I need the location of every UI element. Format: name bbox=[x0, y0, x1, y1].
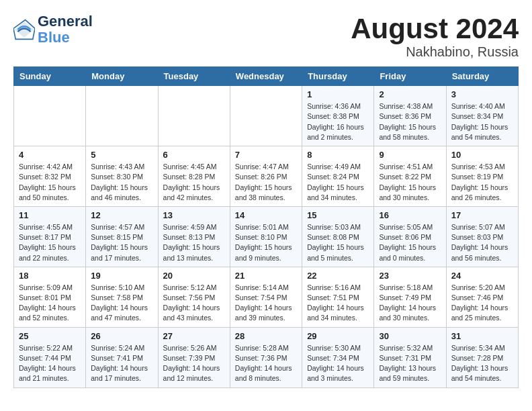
calendar-cell: 26Sunrise: 5:24 AM Sunset: 7:41 PM Dayli… bbox=[86, 327, 158, 387]
day-number: 2 bbox=[379, 89, 441, 99]
calendar-week-row: 18Sunrise: 5:09 AM Sunset: 8:01 PM Dayli… bbox=[14, 267, 519, 327]
day-number: 1 bbox=[307, 89, 369, 99]
day-number: 5 bbox=[91, 150, 152, 160]
day-number: 9 bbox=[379, 150, 441, 160]
day-detail: Sunrise: 5:18 AM Sunset: 7:49 PM Dayligh… bbox=[379, 283, 441, 324]
day-number: 14 bbox=[235, 210, 297, 220]
day-number: 28 bbox=[235, 331, 297, 341]
day-detail: Sunrise: 5:05 AM Sunset: 8:06 PM Dayligh… bbox=[379, 222, 441, 263]
calendar-cell bbox=[158, 86, 230, 146]
calendar-cell: 3Sunrise: 4:40 AM Sunset: 8:34 PM Daylig… bbox=[446, 86, 518, 146]
calendar-cell: 6Sunrise: 4:45 AM Sunset: 8:28 PM Daylig… bbox=[158, 146, 230, 207]
day-number: 31 bbox=[451, 331, 513, 341]
calendar-cell: 14Sunrise: 5:01 AM Sunset: 8:10 PM Dayli… bbox=[230, 206, 302, 267]
day-detail: Sunrise: 4:49 AM Sunset: 8:24 PM Dayligh… bbox=[307, 162, 369, 203]
calendar-week-row: 11Sunrise: 4:55 AM Sunset: 8:17 PM Dayli… bbox=[14, 206, 519, 267]
weekday-header-saturday: Saturday bbox=[446, 67, 518, 86]
day-number: 12 bbox=[91, 210, 152, 220]
day-detail: Sunrise: 4:59 AM Sunset: 8:13 PM Dayligh… bbox=[163, 222, 225, 263]
day-number: 24 bbox=[451, 271, 513, 281]
day-detail: Sunrise: 5:26 AM Sunset: 7:39 PM Dayligh… bbox=[163, 343, 225, 384]
page-header: GeneralBlue August 2024 Nakhabino, Russi… bbox=[13, 13, 519, 60]
day-number: 17 bbox=[451, 210, 513, 220]
calendar-cell: 18Sunrise: 5:09 AM Sunset: 8:01 PM Dayli… bbox=[14, 267, 86, 327]
calendar-cell: 23Sunrise: 5:18 AM Sunset: 7:49 PM Dayli… bbox=[374, 267, 446, 327]
day-detail: Sunrise: 5:10 AM Sunset: 7:58 PM Dayligh… bbox=[91, 283, 152, 324]
day-detail: Sunrise: 4:57 AM Sunset: 8:15 PM Dayligh… bbox=[91, 222, 152, 263]
calendar-cell: 8Sunrise: 4:49 AM Sunset: 8:24 PM Daylig… bbox=[302, 146, 374, 207]
day-number: 25 bbox=[19, 331, 81, 341]
day-detail: Sunrise: 4:55 AM Sunset: 8:17 PM Dayligh… bbox=[19, 222, 81, 263]
day-number: 27 bbox=[163, 331, 225, 341]
day-detail: Sunrise: 4:40 AM Sunset: 8:34 PM Dayligh… bbox=[451, 101, 513, 142]
day-detail: Sunrise: 4:47 AM Sunset: 8:26 PM Dayligh… bbox=[235, 162, 297, 203]
calendar-cell: 25Sunrise: 5:22 AM Sunset: 7:44 PM Dayli… bbox=[14, 327, 86, 387]
calendar-cell: 12Sunrise: 4:57 AM Sunset: 8:15 PM Dayli… bbox=[86, 206, 158, 267]
weekday-header-friday: Friday bbox=[374, 67, 446, 86]
calendar-cell: 21Sunrise: 5:14 AM Sunset: 7:54 PM Dayli… bbox=[230, 267, 302, 327]
day-number: 3 bbox=[451, 89, 513, 99]
day-detail: Sunrise: 5:14 AM Sunset: 7:54 PM Dayligh… bbox=[235, 283, 297, 324]
calendar-cell: 31Sunrise: 5:34 AM Sunset: 7:28 PM Dayli… bbox=[446, 327, 518, 387]
day-detail: Sunrise: 5:09 AM Sunset: 8:01 PM Dayligh… bbox=[19, 283, 81, 324]
day-number: 18 bbox=[19, 271, 81, 281]
day-detail: Sunrise: 4:45 AM Sunset: 8:28 PM Dayligh… bbox=[163, 162, 225, 203]
calendar-cell bbox=[14, 86, 86, 146]
logo-icon bbox=[13, 19, 35, 40]
weekday-header-row: SundayMondayTuesdayWednesdayThursdayFrid… bbox=[14, 67, 519, 86]
day-detail: Sunrise: 5:24 AM Sunset: 7:41 PM Dayligh… bbox=[91, 343, 152, 384]
calendar-cell: 1Sunrise: 4:36 AM Sunset: 8:38 PM Daylig… bbox=[302, 86, 374, 146]
day-detail: Sunrise: 5:28 AM Sunset: 7:36 PM Dayligh… bbox=[235, 343, 297, 384]
calendar-table: SundayMondayTuesdayWednesdayThursdayFrid… bbox=[13, 66, 519, 387]
day-number: 6 bbox=[163, 150, 225, 160]
day-number: 15 bbox=[307, 210, 369, 220]
calendar-cell: 7Sunrise: 4:47 AM Sunset: 8:26 PM Daylig… bbox=[230, 146, 302, 207]
calendar-cell: 19Sunrise: 5:10 AM Sunset: 7:58 PM Dayli… bbox=[86, 267, 158, 327]
day-detail: Sunrise: 4:42 AM Sunset: 8:32 PM Dayligh… bbox=[19, 162, 81, 203]
location-title: Nakhabino, Russia bbox=[351, 44, 519, 60]
day-number: 29 bbox=[307, 331, 369, 341]
day-number: 7 bbox=[235, 150, 297, 160]
calendar-cell: 11Sunrise: 4:55 AM Sunset: 8:17 PM Dayli… bbox=[14, 206, 86, 267]
day-detail: Sunrise: 5:03 AM Sunset: 8:08 PM Dayligh… bbox=[307, 222, 369, 263]
calendar-cell: 13Sunrise: 4:59 AM Sunset: 8:13 PM Dayli… bbox=[158, 206, 230, 267]
day-number: 11 bbox=[19, 210, 81, 220]
day-number: 13 bbox=[163, 210, 225, 220]
day-detail: Sunrise: 5:30 AM Sunset: 7:34 PM Dayligh… bbox=[307, 343, 369, 384]
calendar-cell: 22Sunrise: 5:16 AM Sunset: 7:51 PM Dayli… bbox=[302, 267, 374, 327]
weekday-header-tuesday: Tuesday bbox=[158, 67, 230, 86]
month-year-title: August 2024 bbox=[351, 13, 519, 44]
calendar-week-row: 25Sunrise: 5:22 AM Sunset: 7:44 PM Dayli… bbox=[14, 327, 519, 387]
logo-text: GeneralBlue bbox=[38, 13, 93, 46]
day-number: 16 bbox=[379, 210, 441, 220]
day-detail: Sunrise: 5:20 AM Sunset: 7:46 PM Dayligh… bbox=[451, 283, 513, 324]
day-detail: Sunrise: 4:43 AM Sunset: 8:30 PM Dayligh… bbox=[91, 162, 152, 203]
weekday-header-sunday: Sunday bbox=[14, 67, 86, 86]
day-detail: Sunrise: 4:36 AM Sunset: 8:38 PM Dayligh… bbox=[307, 101, 369, 142]
day-number: 8 bbox=[307, 150, 369, 160]
day-number: 21 bbox=[235, 271, 297, 281]
calendar-cell: 24Sunrise: 5:20 AM Sunset: 7:46 PM Dayli… bbox=[446, 267, 518, 327]
day-number: 4 bbox=[19, 150, 81, 160]
day-detail: Sunrise: 4:38 AM Sunset: 8:36 PM Dayligh… bbox=[379, 101, 441, 142]
calendar-cell: 20Sunrise: 5:12 AM Sunset: 7:56 PM Dayli… bbox=[158, 267, 230, 327]
weekday-header-wednesday: Wednesday bbox=[230, 67, 302, 86]
day-number: 19 bbox=[91, 271, 152, 281]
calendar-cell: 30Sunrise: 5:32 AM Sunset: 7:31 PM Dayli… bbox=[374, 327, 446, 387]
day-detail: Sunrise: 5:16 AM Sunset: 7:51 PM Dayligh… bbox=[307, 283, 369, 324]
calendar-cell: 10Sunrise: 4:53 AM Sunset: 8:19 PM Dayli… bbox=[446, 146, 518, 207]
day-number: 10 bbox=[451, 150, 513, 160]
day-number: 20 bbox=[163, 271, 225, 281]
calendar-week-row: 1Sunrise: 4:36 AM Sunset: 8:38 PM Daylig… bbox=[14, 86, 519, 146]
calendar-cell bbox=[86, 86, 158, 146]
day-detail: Sunrise: 5:07 AM Sunset: 8:03 PM Dayligh… bbox=[451, 222, 513, 263]
calendar-cell: 29Sunrise: 5:30 AM Sunset: 7:34 PM Dayli… bbox=[302, 327, 374, 387]
day-detail: Sunrise: 5:32 AM Sunset: 7:31 PM Dayligh… bbox=[379, 343, 441, 384]
title-block: August 2024 Nakhabino, Russia bbox=[351, 13, 519, 60]
weekday-header-monday: Monday bbox=[86, 67, 158, 86]
logo: GeneralBlue bbox=[13, 13, 93, 46]
calendar-cell: 2Sunrise: 4:38 AM Sunset: 8:36 PM Daylig… bbox=[374, 86, 446, 146]
calendar-cell: 4Sunrise: 4:42 AM Sunset: 8:32 PM Daylig… bbox=[14, 146, 86, 207]
day-detail: Sunrise: 4:53 AM Sunset: 8:19 PM Dayligh… bbox=[451, 162, 513, 203]
day-detail: Sunrise: 4:51 AM Sunset: 8:22 PM Dayligh… bbox=[379, 162, 441, 203]
